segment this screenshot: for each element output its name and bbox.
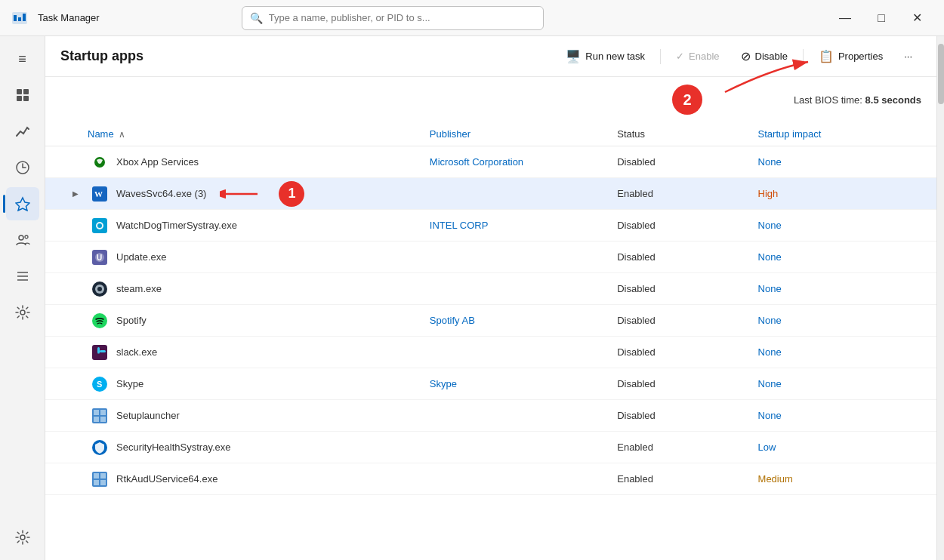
- name-cell: steam.exe: [45, 273, 421, 305]
- search-input[interactable]: [269, 12, 535, 23]
- overview-icon: ≡: [18, 51, 26, 67]
- run-new-task-button[interactable]: 🖥️ Run new task: [557, 45, 654, 68]
- name-cell-inner: ▶ W WavesSvc64.exe (3) 1: [57, 181, 412, 207]
- details-icon: [15, 269, 30, 284]
- impact-cell: Medium: [749, 463, 936, 495]
- search-bar[interactable]: 🔍: [242, 6, 544, 30]
- table-row[interactable]: steam.exe Disabled None: [45, 273, 936, 305]
- annotation-circle-1: 1: [279, 181, 304, 207]
- table-row[interactable]: RtkAudUService64.exe Enabled Medium: [45, 463, 936, 495]
- svg-rect-46: [94, 473, 99, 478]
- name-cell-inner: S Skype: [57, 375, 412, 393]
- svg-point-24: [97, 223, 102, 228]
- impact-cell: None: [749, 368, 936, 400]
- publisher-cell: [421, 400, 608, 432]
- close-button[interactable]: ✕: [900, 6, 935, 30]
- status-cell: Disabled: [608, 210, 748, 242]
- name-cell-inner: RtkAudUService64.exe: [57, 470, 412, 488]
- app-name: SecurityHealthSystray.exe: [116, 442, 231, 453]
- processes-icon: [15, 88, 30, 103]
- col-header-name[interactable]: Name ∧: [45, 122, 421, 146]
- col-header-status[interactable]: Status: [608, 122, 748, 146]
- table-row[interactable]: WatchDogTimerSystray.exe INTEL CORP Disa…: [45, 210, 936, 242]
- svg-rect-48: [94, 480, 99, 485]
- more-icon: ···: [904, 51, 912, 62]
- arrow-2-svg: [710, 54, 831, 100]
- setup-icon: [91, 407, 109, 425]
- impact-cell: High: [749, 178, 936, 210]
- svg-rect-32: [92, 345, 107, 360]
- scrollbar-thumb[interactable]: [938, 44, 944, 104]
- publisher-cell: [421, 432, 608, 463]
- slack-icon: [91, 343, 109, 362]
- svg-rect-6: [17, 96, 22, 101]
- sidebar-item-performance[interactable]: [6, 115, 39, 148]
- name-cell-inner: U Update.exe: [57, 248, 412, 266]
- table-row[interactable]: U Update.exe Disabled None: [45, 242, 936, 273]
- table-row[interactable]: Setuplauncher Disabled None: [45, 400, 936, 432]
- impact-cell: None: [749, 337, 936, 368]
- svg-point-10: [25, 235, 28, 238]
- app-name: WavesSvc64.exe (3): [116, 188, 206, 199]
- more-button[interactable]: ···: [895, 46, 921, 66]
- history-icon: [15, 160, 30, 175]
- annotation-area: 2 Last BIOS time: 8.5 seconds: [45, 77, 936, 122]
- sidebar-item-users[interactable]: [6, 223, 39, 257]
- name-cell-inner: Spotify: [57, 312, 412, 330]
- svg-rect-41: [100, 410, 106, 415]
- svg-rect-47: [100, 473, 106, 478]
- name-cell: slack.exe: [45, 337, 421, 368]
- maximize-button[interactable]: □: [864, 6, 899, 30]
- table-row[interactable]: Spotify Spotify AB Disabled None: [45, 305, 936, 337]
- startup-table-wrapper[interactable]: Name ∧ Publisher Status Startup impact: [45, 122, 936, 560]
- table-row[interactable]: S Skype Skype Disabled None: [45, 368, 936, 400]
- minimize-button[interactable]: —: [828, 6, 862, 30]
- performance-icon: [15, 124, 30, 139]
- publisher-cell: INTEL CORP: [421, 210, 608, 242]
- name-cell: Xbox App Services: [45, 146, 421, 178]
- svg-text:S: S: [97, 380, 102, 389]
- rtk-icon: [91, 470, 109, 488]
- name-cell: SecurityHealthSystray.exe: [45, 432, 421, 463]
- spotify-icon: [91, 312, 109, 330]
- expand-button[interactable]: ▶: [69, 188, 82, 200]
- col-header-impact[interactable]: Startup impact: [749, 122, 936, 146]
- col-header-publisher[interactable]: Publisher: [421, 122, 608, 146]
- table-row[interactable]: SecurityHealthSystray.exe Enabled Low: [45, 432, 936, 463]
- app-name: WatchDogTimerSystray.exe: [116, 220, 237, 231]
- name-cell-inner: SecurityHealthSystray.exe: [57, 438, 412, 457]
- name-cell-inner: slack.exe: [57, 343, 412, 362]
- sidebar-item-processes[interactable]: [6, 78, 39, 112]
- sidebar-item-services[interactable]: [6, 296, 39, 329]
- name-cell-inner: WatchDogTimerSystray.exe: [57, 217, 412, 235]
- run-task-icon: 🖥️: [566, 49, 581, 63]
- status-cell: Disabled: [608, 273, 748, 305]
- app-name: Setuplauncher: [116, 410, 180, 421]
- svg-rect-40: [94, 410, 99, 415]
- svg-point-15: [20, 535, 25, 540]
- svg-text:W: W: [94, 189, 103, 198]
- name-cell: S Skype: [45, 368, 421, 400]
- app-name: steam.exe: [116, 283, 162, 294]
- sidebar-item-history[interactable]: [6, 151, 39, 184]
- impact-cell: None: [749, 400, 936, 432]
- app-name: Spotify: [116, 315, 147, 326]
- svg-rect-2: [18, 17, 21, 21]
- table-row[interactable]: ▶ W WavesSvc64.exe (3) 1 Enabled High: [45, 178, 936, 210]
- sidebar-item-startup[interactable]: [6, 187, 39, 220]
- app-icon: [9, 8, 30, 29]
- svg-rect-5: [23, 89, 29, 94]
- table-row[interactable]: slack.exe Disabled None: [45, 337, 936, 368]
- svg-rect-43: [100, 417, 106, 422]
- settings-icon: [15, 530, 30, 545]
- scrollbar[interactable]: [936, 36, 944, 560]
- status-cell: Disabled: [608, 400, 748, 432]
- update-icon: U: [91, 248, 109, 266]
- sidebar-bottom: [6, 515, 39, 554]
- run-task-label: Run new task: [585, 51, 645, 62]
- sidebar-item-settings[interactable]: [6, 521, 39, 554]
- sidebar-item-details[interactable]: [6, 260, 39, 293]
- publisher-cell: Spotify AB: [421, 305, 608, 337]
- sidebar-item-overview[interactable]: ≡: [6, 42, 39, 75]
- table-row[interactable]: Xbox App Services Microsoft Corporation …: [45, 146, 936, 178]
